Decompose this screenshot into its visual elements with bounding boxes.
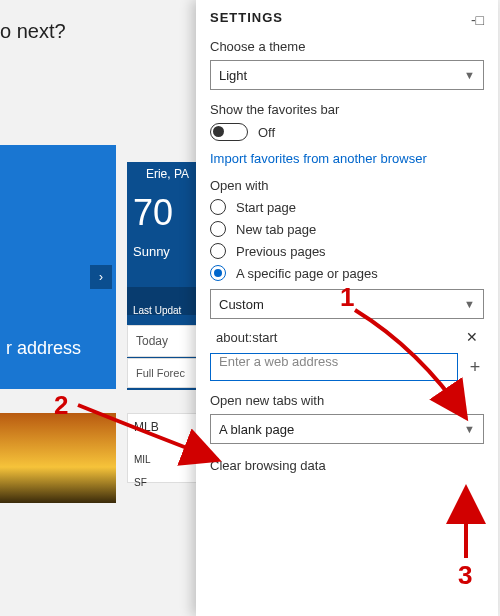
chevron-down-icon: ▼ <box>464 423 475 435</box>
theme-value: Light <box>219 68 247 83</box>
weather-location: Erie, PA <box>127 162 197 186</box>
theme-select[interactable]: Light ▼ <box>210 60 484 90</box>
radio-icon <box>210 221 226 237</box>
sports-tile[interactable]: MLB MIL SF <box>127 413 197 483</box>
weather-temp: 70 <box>127 186 197 234</box>
tabs-select[interactable]: A blank page ▼ <box>210 414 484 444</box>
tabs-value: A blank page <box>219 422 294 437</box>
sports-team2: SF <box>134 477 190 488</box>
import-favorites-link[interactable]: Import favorites from another browser <box>210 151 484 166</box>
chevron-down-icon: ▼ <box>464 69 475 81</box>
radio-previous[interactable]: Previous pages <box>210 243 484 259</box>
radio-label: A specific page or pages <box>236 266 378 281</box>
tabs-label: Open new tabs with <box>210 393 484 408</box>
chevron-down-icon: ▼ <box>464 298 475 310</box>
add-page-button[interactable]: + <box>466 357 484 378</box>
radio-icon <box>210 265 226 281</box>
radio-icon <box>210 243 226 259</box>
image-thumbnail[interactable] <box>0 413 116 503</box>
annotation-1: 1 <box>340 282 354 313</box>
page-entry-text: about:start <box>216 330 277 345</box>
favorites-state: Off <box>258 125 275 140</box>
annotation-2: 2 <box>54 390 68 421</box>
news-tile[interactable]: r address › <box>0 145 116 389</box>
radio-label: Start page <box>236 200 296 215</box>
radio-specific[interactable]: A specific page or pages <box>210 265 484 281</box>
favorites-label: Show the favorites bar <box>210 102 484 117</box>
web-address-input[interactable]: Enter a web address <box>210 353 458 381</box>
annotation-3: 3 <box>458 560 472 591</box>
radio-label: New tab page <box>236 222 316 237</box>
weather-forecast[interactable]: Full Forec <box>127 358 197 388</box>
theme-label: Choose a theme <box>210 39 484 54</box>
remove-page-button[interactable]: ✕ <box>466 329 478 345</box>
settings-title: SETTINGS <box>210 10 484 25</box>
weather-today[interactable]: Today <box>127 325 197 357</box>
clear-browsing-label: Clear browsing data <box>210 458 484 473</box>
radio-new-tab[interactable]: New tab page <box>210 221 484 237</box>
weather-updated: Last Updat <box>127 287 197 315</box>
radio-start-page[interactable]: Start page <box>210 199 484 215</box>
open-with-label: Open with <box>210 178 484 193</box>
chevron-right-icon[interactable]: › <box>90 265 112 289</box>
page-headline: o next? <box>0 20 66 43</box>
radio-label: Previous pages <box>236 244 326 259</box>
radio-icon <box>210 199 226 215</box>
weather-condition: Sunny <box>127 234 197 259</box>
news-tile-text: r address <box>6 338 81 359</box>
favorites-toggle[interactable] <box>210 123 248 141</box>
sports-title: MLB <box>134 420 190 434</box>
pin-icon[interactable]: ‑□ <box>471 12 484 28</box>
sports-team1: MIL <box>134 454 190 465</box>
custom-value: Custom <box>219 297 264 312</box>
